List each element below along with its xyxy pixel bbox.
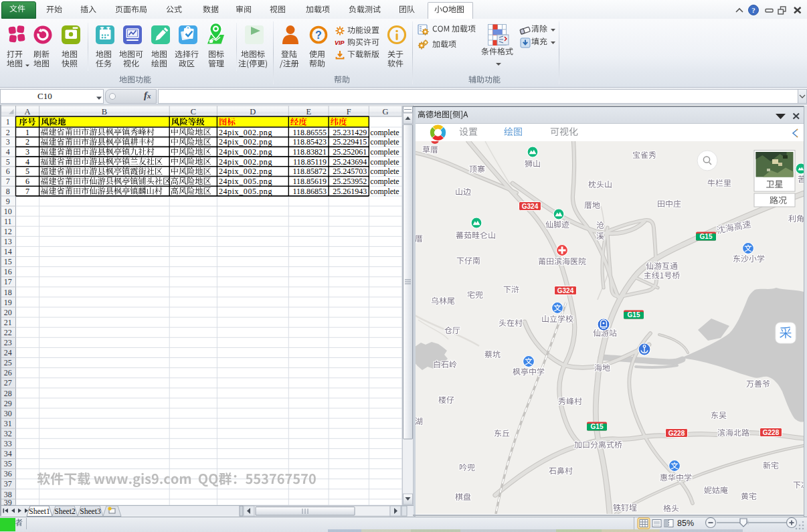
svg-text:22: 22 — [4, 328, 12, 337]
svg-text:24: 24 — [4, 348, 12, 357]
svg-text:5: 5 — [6, 157, 10, 167]
svg-text:24pix_002.png: 24pix_002.png — [219, 147, 272, 157]
svg-text:6: 6 — [6, 167, 10, 176]
svg-text:G228: G228 — [668, 430, 685, 437]
svg-text:12: 12 — [4, 227, 12, 236]
svg-text:14: 14 — [4, 247, 12, 256]
svg-text:36: 36 — [4, 469, 12, 478]
svg-text:G: G — [382, 107, 388, 116]
svg-text:20: 20 — [4, 308, 12, 317]
svg-text:1: 1 — [6, 117, 10, 126]
svg-text:complete: complete — [370, 137, 399, 147]
svg-text:25.245703: 25.245703 — [333, 167, 367, 176]
svg-text:5: 5 — [25, 167, 29, 176]
svg-text:17: 17 — [4, 277, 12, 286]
svg-text:25.231429: 25.231429 — [333, 128, 367, 137]
svg-text:24pix_005.png: 24pix_005.png — [219, 187, 272, 196]
svg-text:complete: complete — [370, 157, 399, 167]
svg-text:118.85119: 118.85119 — [293, 157, 327, 167]
svg-text:37: 37 — [4, 479, 12, 489]
svg-text:118.83821: 118.83821 — [293, 147, 327, 157]
svg-text:7: 7 — [6, 177, 10, 186]
svg-text:complete: complete — [370, 177, 399, 186]
svg-text:32: 32 — [4, 429, 12, 438]
svg-text:1: 1 — [25, 128, 29, 137]
svg-text:C: C — [191, 107, 196, 116]
svg-text:Sheet3: Sheet3 — [80, 507, 101, 516]
svg-text:complete: complete — [370, 187, 399, 196]
svg-text:4: 4 — [25, 157, 29, 167]
svg-text:D: D — [250, 107, 256, 116]
svg-text:?: ? — [751, 6, 755, 14]
svg-text:16: 16 — [4, 267, 12, 276]
svg-text:23: 23 — [4, 338, 12, 347]
svg-text:24pix_002.png: 24pix_002.png — [219, 137, 272, 147]
svg-text:complete: complete — [370, 147, 399, 157]
svg-text:24pix_005.png: 24pix_005.png — [219, 177, 272, 186]
svg-text:G228: G228 — [763, 429, 780, 436]
svg-text:4: 4 — [6, 147, 10, 157]
svg-text:B: B — [102, 107, 107, 116]
svg-text:28: 28 — [4, 389, 12, 398]
svg-text:G324: G324 — [557, 287, 574, 294]
svg-text:21: 21 — [4, 318, 12, 327]
svg-text:F: F — [347, 107, 351, 116]
svg-text:31: 31 — [4, 419, 12, 428]
svg-text:25.252061: 25.252061 — [333, 147, 367, 157]
svg-text:29: 29 — [4, 399, 12, 408]
svg-text:118.86853: 118.86853 — [293, 187, 327, 196]
svg-text:G15: G15 — [591, 423, 604, 430]
svg-text:118.85872: 118.85872 — [293, 167, 327, 176]
svg-text:complete: complete — [370, 128, 399, 137]
svg-text:25.243694: 25.243694 — [333, 157, 367, 167]
svg-text:8: 8 — [6, 187, 10, 196]
svg-text:18: 18 — [4, 288, 12, 297]
svg-text:118.85423: 118.85423 — [293, 137, 327, 147]
svg-text:33: 33 — [4, 439, 12, 448]
svg-text:34: 34 — [4, 449, 12, 458]
svg-text:118.85619: 118.85619 — [293, 177, 327, 186]
svg-text:26: 26 — [4, 368, 12, 377]
svg-text:2: 2 — [25, 137, 29, 147]
svg-text:3: 3 — [25, 147, 29, 157]
svg-text:25: 25 — [4, 358, 12, 367]
svg-text:19: 19 — [4, 298, 12, 307]
svg-text:E: E — [306, 107, 311, 116]
svg-text:9: 9 — [6, 197, 10, 206]
svg-text:118.86555: 118.86555 — [293, 128, 327, 137]
svg-text:11: 11 — [4, 217, 12, 226]
svg-text:10: 10 — [4, 207, 12, 216]
svg-text:Sheet2: Sheet2 — [54, 507, 76, 516]
svg-text:25.253952: 25.253952 — [333, 177, 367, 186]
svg-text:25.261943: 25.261943 — [333, 187, 367, 196]
svg-text:G15: G15 — [700, 233, 713, 240]
svg-text:2: 2 — [6, 128, 10, 137]
svg-text:25.229415: 25.229415 — [333, 137, 367, 147]
svg-text:6: 6 — [25, 177, 29, 186]
svg-text:G324: G324 — [522, 203, 539, 210]
svg-text:30: 30 — [4, 409, 12, 418]
svg-text:35: 35 — [4, 459, 12, 468]
svg-text:27: 27 — [4, 378, 12, 387]
svg-text:24pix_002.png: 24pix_002.png — [219, 128, 272, 137]
svg-text:complete: complete — [370, 167, 399, 176]
svg-text:24pix_002.png: 24pix_002.png — [219, 167, 272, 176]
svg-text:A: A — [25, 107, 31, 116]
svg-text:15: 15 — [4, 257, 12, 266]
svg-text:G15: G15 — [628, 311, 640, 319]
svg-text:24pix_002.png: 24pix_002.png — [219, 157, 272, 167]
svg-text:Sheet1: Sheet1 — [29, 507, 50, 516]
svg-text:13: 13 — [4, 237, 12, 246]
svg-text:7: 7 — [25, 187, 29, 196]
svg-text:3: 3 — [6, 137, 10, 147]
